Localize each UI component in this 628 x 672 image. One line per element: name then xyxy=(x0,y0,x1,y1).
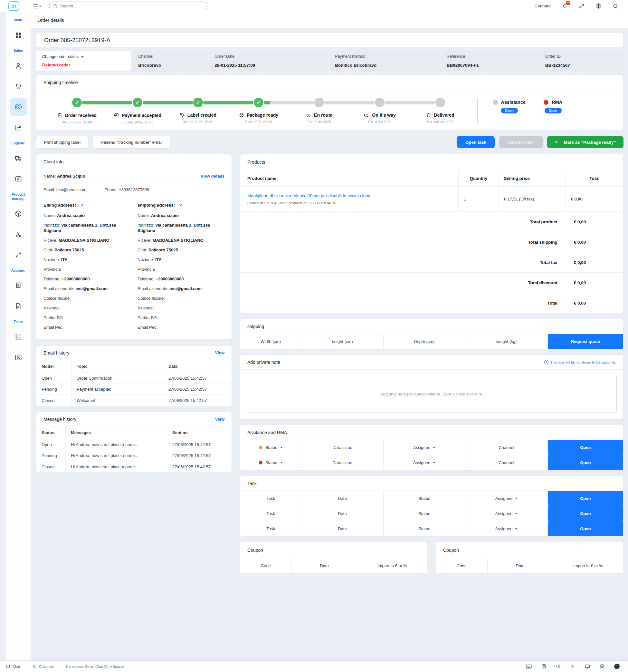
request-quote-button[interactable]: Request quote xyxy=(548,334,623,349)
sidebar-item-invoices[interactable] xyxy=(10,277,27,294)
print-shipping-label-button[interactable]: Print shipping label xyxy=(36,136,88,148)
sidebar-item-sync[interactable] xyxy=(10,246,27,264)
width-field[interactable]: Width (cm) xyxy=(240,334,301,349)
task-open-button[interactable]: Open xyxy=(548,491,623,506)
sidebar-item-tasks[interactable] xyxy=(10,328,27,345)
search-input[interactable] xyxy=(60,4,204,8)
keyboard-icon[interactable] xyxy=(526,664,532,669)
task-cell[interactable]: Task xyxy=(240,521,301,536)
settings-gear-icon[interactable] xyxy=(596,3,602,9)
display-icon[interactable] xyxy=(585,664,590,669)
status-dropdown[interactable]: Status xyxy=(240,440,301,455)
product-link[interactable]: Maniglione di sicurezza bianco 30 cm per… xyxy=(247,193,370,198)
task-data-cell[interactable]: Data xyxy=(301,491,383,506)
sidebar-item-products[interactable] xyxy=(10,205,27,222)
status-dropdown[interactable]: Status xyxy=(240,455,301,470)
task-data-cell[interactable]: Data xyxy=(301,506,383,521)
notes-check-icon[interactable] xyxy=(542,664,546,669)
height-field[interactable]: height (cm) xyxy=(301,334,383,349)
data-issue-cell[interactable]: Data issue xyxy=(301,455,383,470)
weight-field[interactable]: weight (kg) xyxy=(466,334,548,349)
change-status-label[interactable]: Change order status xyxy=(42,54,79,59)
cancel-order-button[interactable]: Cancel order xyxy=(499,136,543,148)
product-code: Codice rif.: 151043 Main.productEan: 803… xyxy=(247,201,336,205)
message-history-view-link[interactable]: View xyxy=(215,417,224,422)
coupon-data-cell[interactable]: Data xyxy=(292,558,357,573)
coupon-code-cell[interactable]: Code xyxy=(436,558,487,573)
table-row[interactable]: Pending Hi Andrea, how can I place a ord… xyxy=(36,450,231,461)
sidebar-item-channels-active[interactable] xyxy=(10,98,27,116)
notifications-bell-icon[interactable]: 7 xyxy=(562,3,568,9)
client-info-title: Client info xyxy=(44,159,64,164)
table-row[interactable]: Open Hi Andrea, how can I place a order.… xyxy=(36,439,231,450)
data-issue-cell[interactable]: Data issue xyxy=(301,440,383,455)
edit-shipping-icon[interactable] xyxy=(179,203,183,208)
task-status-cell[interactable]: Status xyxy=(383,506,466,521)
sidebar-item-analytics[interactable] xyxy=(10,119,27,136)
task-status-cell[interactable]: Status xyxy=(383,521,466,536)
task-open-button[interactable]: Open xyxy=(548,506,623,521)
task-cell[interactable]: Task xyxy=(240,506,301,521)
private-note-textarea[interactable]: Aggiungi nota per questo cliente. Sarà v… xyxy=(247,375,617,413)
sidebar-item-customers[interactable] xyxy=(10,57,27,74)
email-history-view-link[interactable]: View xyxy=(215,350,224,355)
app-logo[interactable]: in xyxy=(8,1,19,11)
sidebar-item-returns[interactable] xyxy=(10,170,27,188)
accessibility-icon[interactable] xyxy=(600,664,604,669)
table-row[interactable]: Pending Payment accepted 27/06/2025 15:4… xyxy=(36,384,231,395)
sidebar-item-orders[interactable] xyxy=(10,78,27,95)
mark-package-ready-button[interactable]: Mark as "Package ready" xyxy=(547,136,624,148)
assistance-open-button[interactable]: Open xyxy=(501,107,518,114)
rma-open-button[interactable]: Open xyxy=(545,107,562,114)
fullscreen-icon[interactable] xyxy=(579,3,584,9)
depth-field[interactable]: Depth (cm) xyxy=(383,334,466,349)
user-name[interactable]: Gennaro xyxy=(534,3,551,8)
resend-tracking-email-button[interactable]: Resend "tracking number" email xyxy=(93,136,170,148)
edit-billing-icon[interactable] xyxy=(80,203,85,208)
table-row[interactable]: Closed Hi Andrea, how can I place a orde… xyxy=(36,461,231,472)
assignee-dropdown[interactable]: Assignee xyxy=(383,440,466,455)
coupon-code-cell[interactable]: Code xyxy=(240,558,292,573)
shipping-address-block: shipping address: Name: Andrea scipio In… xyxy=(137,203,224,334)
channels-button[interactable]: Channels xyxy=(26,663,60,670)
smart-chat-input[interactable]: Here's your Smart Chat (Ctrl+Space) xyxy=(60,665,526,669)
coupon-data-cell[interactable]: Data xyxy=(487,558,553,573)
task-open-button[interactable]: Open xyxy=(548,521,623,536)
assignee-dropdown[interactable]: Assignee xyxy=(466,491,548,506)
clock-icon[interactable] xyxy=(556,664,561,669)
sidebar-item-dashboard[interactable] xyxy=(10,26,27,44)
sidebar-item-categories[interactable] xyxy=(10,225,27,243)
channel-cell[interactable]: Channel xyxy=(466,455,548,470)
task-title: Task xyxy=(247,481,257,486)
change-order-status-cell[interactable]: Change order status Deleted order xyxy=(36,51,131,71)
chat-button[interactable]: Chat xyxy=(0,663,26,670)
private-note-card: Add private note ?This note will be not … xyxy=(240,355,624,419)
coupon-import-cell[interactable]: Import in € or % xyxy=(553,558,623,573)
coupon-import-cell[interactable]: Import in € or % xyxy=(357,558,427,573)
sidebar-item-team-members[interactable] xyxy=(10,349,27,366)
chevron-down-icon xyxy=(280,447,283,448)
sidebar-item-shipping[interactable] xyxy=(10,149,27,167)
assignee-dropdown[interactable]: Assignee xyxy=(383,455,466,470)
task-data-cell[interactable]: Data xyxy=(301,521,383,536)
assignee-dropdown[interactable]: Assignee xyxy=(466,521,548,536)
channel-cell[interactable]: Channel xyxy=(466,440,548,455)
sidebar-item-documents[interactable] xyxy=(10,297,27,315)
assistance-open-button[interactable]: Open xyxy=(548,440,623,455)
task-cell[interactable]: Task xyxy=(240,491,301,506)
open-task-button[interactable]: Open task xyxy=(457,136,495,148)
coupon-card: Coupon Code Data Import in € or % xyxy=(240,542,428,574)
assistance-open-button[interactable]: Open xyxy=(548,455,623,470)
coupon-row: Code Data Import in € or % xyxy=(436,558,623,573)
dark-mode-icon[interactable] xyxy=(614,664,620,669)
announcement-icon[interactable] xyxy=(570,664,575,669)
search-topright-icon[interactable] xyxy=(612,3,618,9)
table-row[interactable]: Open Order Confirmation 27/06/2025 15:42… xyxy=(36,373,231,384)
task-status-cell[interactable]: Status xyxy=(383,491,466,506)
menu-toggle-icon[interactable] xyxy=(33,3,41,9)
assignee-dropdown[interactable]: Assignee xyxy=(466,506,548,521)
global-search[interactable] xyxy=(49,2,207,10)
coupon-title: Coupon xyxy=(443,548,459,553)
table-row[interactable]: Closed Welcome! 27/06/2025 15:42:57 xyxy=(36,395,231,406)
view-details-link[interactable]: View details xyxy=(201,174,224,178)
